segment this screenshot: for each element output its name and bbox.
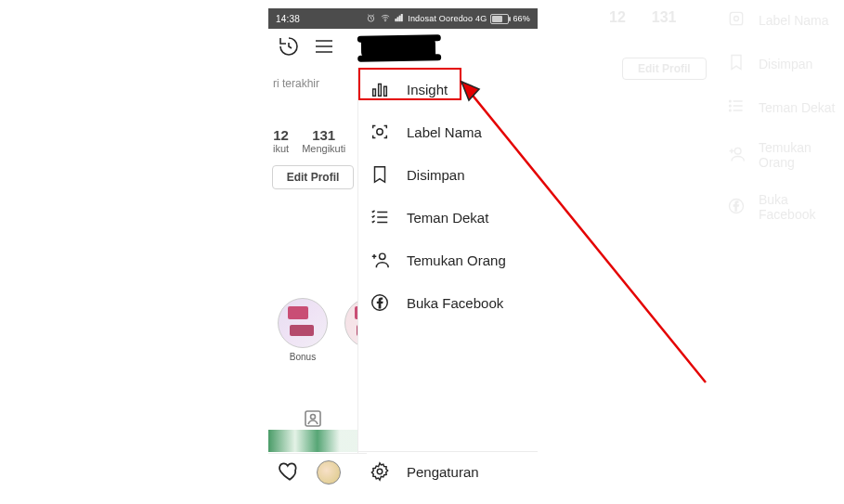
stat-followers-lbl: ikut [273,143,289,154]
svg-rect-9 [396,19,396,20]
highlight-label: Bonus [278,352,328,362]
post-thumbnail[interactable] [268,430,357,452]
hamburger-icon[interactable] [313,35,335,61]
signal-icon [395,13,404,25]
svg-rect-0 [730,12,742,24]
alarm-icon [366,13,376,25]
edit-profile-button[interactable]: Edit Profil [272,165,354,189]
stat-following-num: 131 [302,127,345,143]
partial-text: ri terakhir [268,68,357,90]
menu-settings[interactable]: Pengaturan [358,451,538,491]
nametag-icon [370,122,390,142]
status-bar: 14:38 Indosat Ooredoo 4G 66% [268,8,538,29]
svg-rect-17 [384,86,387,96]
settings-gear-icon [370,461,390,482]
list-icon [727,97,746,118]
profile-strip: ri terakhir 12 ikut 131 Mengikuti Edit P… [268,68,357,189]
svg-rect-15 [373,89,376,96]
menu-label: Teman Dekat [407,210,488,226]
wifi-icon [380,13,391,25]
svg-point-18 [377,129,383,135]
svg-rect-10 [397,17,398,20]
menu-nametag[interactable]: Label Nama [358,110,538,153]
svg-rect-12 [401,14,402,20]
insight-icon [370,79,390,99]
discover-people-icon [370,250,390,270]
phone-screen: 14:38 Indosat Ooredoo 4G 66% [268,8,538,491]
username-redacted [361,37,435,58]
highlight-bonus[interactable]: Bonus [278,298,328,362]
svg-rect-16 [379,84,382,97]
battery-pct: 66% [513,14,530,23]
add-person-icon [727,145,746,166]
menu-saved[interactable]: Disimpan [358,153,538,196]
menu-label: Pengaturan [407,464,479,480]
svg-point-8 [385,19,386,20]
svg-rect-11 [399,16,400,21]
bookmark-icon [370,164,390,185]
svg-point-19 [380,253,385,259]
heart-icon[interactable] [278,459,302,486]
svg-point-5 [734,148,741,154]
menu-open-facebook[interactable]: Buka Facebook [358,281,538,324]
ghost-edit-profile: Edit Profil [622,58,707,80]
battery-icon [490,14,509,24]
menu-close-friends[interactable]: Teman Dekat [358,196,538,239]
nametag-icon [727,9,746,31]
svg-point-4 [730,110,732,111]
status-time: 14:38 [276,14,300,24]
facebook-icon [370,292,390,313]
bottom-bar [268,453,367,491]
menu-label: Insight [407,82,448,97]
menu-label: Buka Facebook [407,295,503,311]
menu-insight[interactable]: Insight [358,68,538,110]
menu-discover-people[interactable]: Temukan Orang [358,239,538,281]
menu-label: Temukan Orang [407,252,506,268]
bookmark-icon [727,53,746,74]
carrier-text: Indosat Ooredoo 4G [408,14,487,23]
background-ghost [585,176,826,492]
ghost-stats: 12 131 [609,9,677,26]
profile-avatar-icon[interactable] [317,460,341,485]
close-friends-icon [370,207,390,227]
svg-point-21 [377,469,383,474]
stat-followers-num: 12 [273,127,289,143]
drawer-menu: Insight Label Nama Disimpan Teman Dekat … [357,68,538,491]
profile-header [268,29,538,69]
svg-point-1 [734,17,739,21]
svg-point-14 [311,415,316,420]
menu-label: Disimpan [407,167,465,183]
svg-point-3 [730,105,732,107]
archive-icon[interactable] [278,35,300,61]
stat-following-lbl: Mengikuti [302,143,345,154]
menu-label: Label Nama [407,124,482,140]
profile-stats: 12 ikut 131 Mengikuti [268,90,357,154]
svg-point-2 [730,100,732,102]
